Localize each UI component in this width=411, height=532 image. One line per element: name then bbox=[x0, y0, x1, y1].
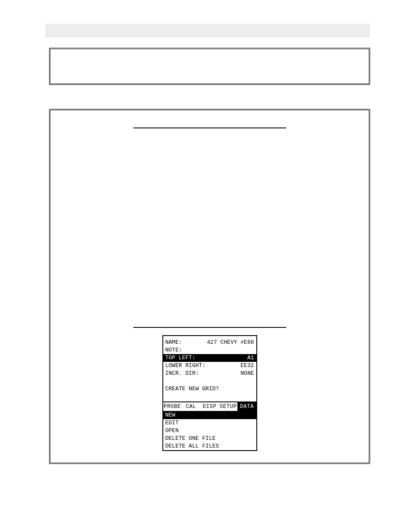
menu-item[interactable]: DELETE ONE FILE bbox=[163, 435, 256, 442]
field-row[interactable]: LOWER RIGHT:EE32 bbox=[165, 362, 254, 370]
tab-disp[interactable]: DISP bbox=[200, 402, 219, 411]
main-panel: NAME:427 CHEVY #E66NOTE:TOP LEFT:A1LOWER… bbox=[49, 109, 370, 464]
menu-item[interactable]: DELETE ALL FILES bbox=[163, 442, 256, 450]
menu-item[interactable]: EDIT bbox=[163, 419, 256, 427]
tab-bar: PROBECALDISPSETUPDATA bbox=[163, 401, 256, 411]
field-row[interactable]: TOP LEFT:A1 bbox=[163, 354, 256, 362]
menu-list: NEWEDITOPENDELETE ONE FILEDELETE ALL FIL… bbox=[163, 411, 256, 450]
tab-setup[interactable]: SETUP bbox=[219, 402, 237, 411]
field-row[interactable]: NAME:427 CHEVY #E66 bbox=[165, 339, 254, 346]
field-label: LOWER RIGHT: bbox=[165, 362, 206, 370]
field-label: TOP LEFT: bbox=[165, 354, 196, 362]
field-row[interactable]: NOTE: bbox=[165, 346, 254, 354]
field-label: NAME: bbox=[165, 339, 182, 346]
header-band bbox=[45, 24, 370, 37]
field-list: NAME:427 CHEVY #E66NOTE:TOP LEFT:A1LOWER… bbox=[163, 336, 256, 401]
spacer bbox=[165, 377, 254, 385]
field-value: 427 CHEVY #E66 bbox=[207, 339, 254, 346]
section-heading-rule-top bbox=[133, 128, 286, 128]
tab-cal[interactable]: CAL bbox=[182, 402, 200, 411]
create-grid-prompt: CREATE NEW GRID? bbox=[165, 385, 254, 393]
field-value: EE32 bbox=[240, 362, 254, 370]
field-label: INCR. DIR: bbox=[165, 370, 199, 377]
device-screen: NAME:427 CHEVY #E66NOTE:TOP LEFT:A1LOWER… bbox=[162, 335, 257, 451]
field-row[interactable]: INCR. DIR:NONE bbox=[165, 370, 254, 377]
tab-data[interactable]: DATA bbox=[237, 402, 256, 411]
field-value: A1 bbox=[247, 354, 254, 362]
field-label: NOTE: bbox=[165, 346, 182, 354]
menu-item[interactable]: NEW bbox=[163, 411, 256, 419]
section-heading-rule-bottom bbox=[133, 327, 286, 328]
callout-panel bbox=[49, 48, 370, 85]
field-value: NONE bbox=[240, 370, 254, 377]
menu-item[interactable]: OPEN bbox=[163, 427, 256, 435]
spacer bbox=[165, 393, 254, 401]
tab-probe[interactable]: PROBE bbox=[163, 402, 182, 411]
